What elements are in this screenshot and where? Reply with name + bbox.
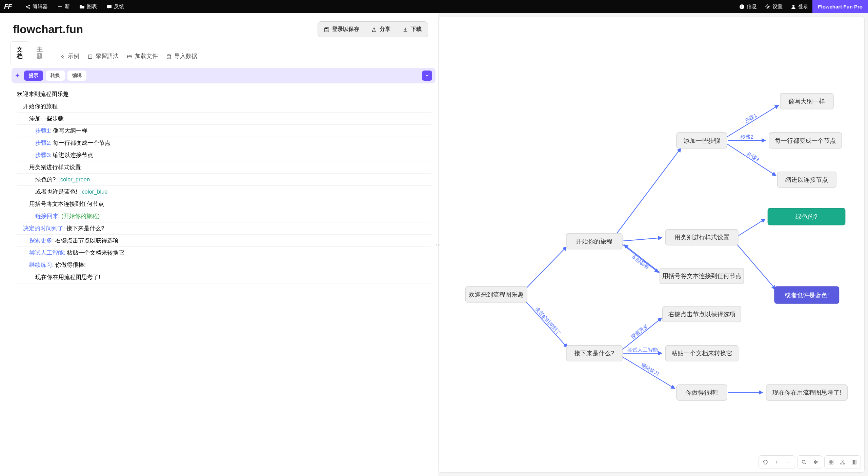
edge[interactable]: [727, 143, 776, 176]
diagram-node[interactable]: 缩进以连接节点: [778, 172, 836, 187]
book-icon: [87, 54, 93, 59]
diagram-node[interactable]: 欢迎来到流程图乐趣: [466, 286, 527, 302]
edge-label: 尝试人工智能: [628, 347, 658, 353]
diagram-node[interactable]: 绿色的?: [768, 208, 845, 225]
ai-bar: ✦ 提示转换编辑: [12, 68, 436, 83]
diagram-node[interactable]: 或者也许是蓝色!: [775, 286, 839, 303]
download-button[interactable]: 下载: [398, 23, 426, 36]
edge[interactable]: [739, 219, 765, 236]
tab-1[interactable]: 主题: [31, 42, 49, 65]
diagram-node[interactable]: 用类别进行样式设置: [665, 230, 738, 245]
ai-pill[interactable]: 编辑: [67, 71, 86, 81]
nav-item-gear[interactable]: 设置: [765, 3, 783, 10]
save-button[interactable]: 登录以保存: [319, 23, 364, 36]
diagram-node[interactable]: 粘贴一个文档来转换它: [665, 345, 738, 361]
sub-tab-label: 导入数据: [174, 53, 197, 60]
editor-line[interactable]: 或者也许是蓝色! .color_blue: [17, 186, 431, 198]
diagram-node[interactable]: 现在你在用流程图思考了!: [766, 385, 848, 400]
nav-item-share[interactable]: 编辑器: [25, 3, 48, 10]
edge[interactable]: [624, 245, 661, 273]
diagram-node[interactable]: 接下来是什么?: [566, 345, 622, 361]
diagram-toolbar: + − ✻: [759, 455, 861, 469]
editor-text: 尝试人工智能:: [29, 250, 67, 256]
ai-pill[interactable]: 转换: [46, 71, 65, 81]
info-icon: [739, 4, 745, 9]
diagram-node[interactable]: 用括号将文本连接到任何节点: [660, 268, 744, 284]
editor-text: 步骤1:: [35, 127, 53, 134]
layout-columns-button[interactable]: [849, 457, 860, 468]
svg-rect-26: [831, 460, 833, 462]
editor-text: 像写大纲一样: [53, 127, 87, 134]
svg-rect-29: [842, 460, 843, 461]
diagram-node[interactable]: 添加一些步骤: [677, 133, 727, 148]
splitter-handle[interactable]: ⇿: [436, 242, 440, 247]
action-label: 分享: [380, 26, 390, 33]
nav-label: 设置: [772, 3, 783, 10]
sub-tab-sparkle[interactable]: 示例: [60, 48, 79, 65]
editor-line[interactable]: 探索更多: 右键点击节点以获得选项: [17, 235, 431, 247]
nav-label: 信息: [747, 3, 757, 10]
editor-text: 步骤3:: [35, 152, 53, 158]
editor-line[interactable]: 链接回来: (开始你的旅程): [17, 210, 431, 222]
editor-line[interactable]: 用括号将文本连接到任何节点: [17, 198, 431, 210]
ai-collapse-button[interactable]: [422, 71, 432, 81]
editor-line[interactable]: 继续练习: 你做得很棒!: [17, 259, 431, 271]
code-editor[interactable]: 欢迎来到流程图乐趣开始你的旅程添加一些步骤步骤1: 像写大纲一样步骤2: 每一行…: [0, 83, 438, 476]
diagram-node[interactable]: 像写大纲一样: [780, 93, 833, 109]
diagram-node[interactable]: 右键点击节点以获得选项: [663, 306, 741, 322]
editor-text: 步骤2:: [35, 140, 53, 146]
user-icon: [791, 4, 796, 9]
share2-button[interactable]: 分享: [367, 23, 395, 36]
layout-grid-button[interactable]: [826, 457, 836, 468]
folder-icon: [79, 4, 85, 9]
svg-rect-34: [855, 460, 856, 464]
editor-line[interactable]: 步骤2: 每一行都变成一个节点: [17, 137, 431, 149]
sub-tab-label: 示例: [68, 53, 79, 60]
editor-line[interactable]: 用类别进行样式设置: [17, 161, 431, 174]
editor-line[interactable]: 绿色的? .color_green: [17, 174, 431, 186]
editor-line[interactable]: 决定的时间到了: 接下来是什么?: [17, 222, 431, 235]
node-label: 粘贴一个文档来转换它: [671, 350, 732, 357]
nav-item-user[interactable]: 登录: [791, 3, 808, 10]
zoom-out-button[interactable]: −: [783, 457, 794, 468]
freeze-button[interactable]: ✻: [810, 457, 821, 468]
reset-button[interactable]: [760, 457, 771, 468]
editor-line[interactable]: 步骤3: 缩进以连接节点: [17, 149, 431, 161]
sub-tab-database[interactable]: 导入数据: [166, 48, 197, 65]
edge[interactable]: [622, 318, 662, 350]
node-label: 用类别进行样式设置: [674, 234, 729, 241]
svg-rect-7: [88, 55, 92, 58]
svg-point-1: [28, 5, 30, 6]
editor-text: 缩进以连接节点: [53, 152, 93, 158]
edge[interactable]: [623, 238, 662, 241]
sub-tab-folder-open[interactable]: 加载文件: [127, 48, 158, 65]
node-label: 接下来是什么?: [574, 350, 614, 357]
diagram-node[interactable]: 每一行都变成一个节点: [769, 133, 842, 148]
edge[interactable]: [615, 148, 681, 235]
folder-open-icon: [127, 54, 132, 59]
editor-line[interactable]: 尝试人工智能: 粘贴一个文档来转换它: [17, 247, 431, 259]
nav-item-chat[interactable]: 反馈: [106, 3, 124, 10]
zoom-in-button[interactable]: +: [771, 457, 782, 468]
edge[interactable]: [524, 246, 567, 290]
editor-line[interactable]: 添加一些步骤: [17, 113, 431, 125]
pro-button[interactable]: Flowchart Fun Pro: [812, 0, 868, 13]
edge[interactable]: [524, 299, 567, 348]
diagram-node[interactable]: 开始你的旅程: [566, 233, 622, 249]
editor-line[interactable]: 开始你的旅程: [17, 100, 431, 113]
sub-tab-book[interactable]: 學習語法: [87, 48, 119, 65]
editor-line[interactable]: 现在你在用流程图思考了!: [17, 271, 431, 283]
nav-item-folder[interactable]: 图表: [79, 3, 97, 10]
editor-line[interactable]: 步骤1: 像写大纲一样: [17, 125, 431, 137]
editor-line[interactable]: 欢迎来到流程图乐趣: [17, 88, 431, 100]
tab-0[interactable]: 文档: [10, 41, 29, 65]
nav-item-plus[interactable]: 新: [57, 3, 70, 10]
diagram-node[interactable]: 你做得很棒!: [677, 385, 727, 400]
layout-tree-button[interactable]: [837, 457, 848, 468]
search-button[interactable]: [799, 457, 809, 468]
nav-item-info[interactable]: 信息: [739, 3, 757, 10]
svg-point-0: [26, 6, 27, 7]
ai-pill[interactable]: 提示: [24, 71, 43, 81]
logo[interactable]: FF: [4, 3, 12, 11]
diagram-canvas[interactable]: 决定的时间到了步骤1步骤2步骤3链接回来探索更多尝试人工智能继续练习欢迎来到流程…: [439, 17, 864, 472]
